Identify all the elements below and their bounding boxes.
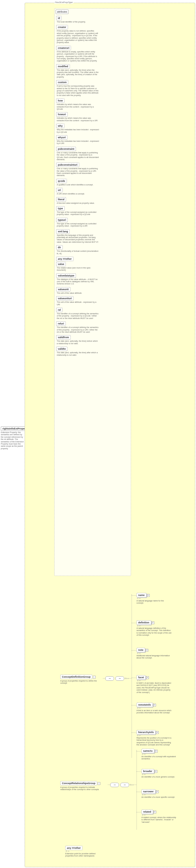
child-broader: broader+0..∞An identifier of a more gene… bbox=[141, 769, 175, 778]
attribute-desc: One or many constraints that apply to pu… bbox=[57, 167, 99, 177]
attribute-name: literal bbox=[56, 197, 66, 202]
attribute-name: pubconstraint bbox=[56, 147, 76, 151]
cdg-desc: A group of properites required to define… bbox=[60, 680, 101, 684]
expand-icon[interactable]: + bbox=[156, 790, 159, 793]
child-element-box: facet bbox=[136, 675, 145, 680]
attributes-group: attributes idThe local identifier of the… bbox=[54, 8, 131, 576]
attribute-name: any ##other bbox=[56, 257, 73, 261]
child-occurrence: 0..∞ bbox=[136, 597, 172, 599]
attribute-xml-lang: xml:langSpecifies the language of this p… bbox=[56, 229, 129, 244]
child-remoteInfo: remoteInfo+0..∞A link to an item or a we… bbox=[136, 703, 172, 714]
expand-icon[interactable]: + bbox=[154, 811, 156, 813]
attribute-qcode: qcodeA qualified code which identifies a… bbox=[56, 179, 129, 186]
concept-relationships-group: ConceptRelationshipsGroup bbox=[60, 781, 97, 785]
child-desc: An identifier of a more specific concept… bbox=[141, 796, 175, 798]
child-desc: Additional natural language information … bbox=[136, 655, 172, 659]
expand-icon[interactable]: + bbox=[147, 594, 150, 597]
any-other-desc: Extension point for provider-defined pro… bbox=[65, 852, 104, 857]
any-other-bottom: any ##other bbox=[65, 846, 83, 850]
collapse-icon[interactable]: - bbox=[93, 676, 96, 679]
choice-compositor-icon bbox=[116, 676, 124, 681]
attribute-valueunit: valueunitThe unit of the value attribute… bbox=[56, 287, 129, 294]
attribute-name: id bbox=[56, 16, 62, 20]
attribute-name: xml:lang bbox=[56, 229, 70, 234]
attribute-name: validfrom bbox=[56, 335, 71, 340]
any-other-occurrence: 0..∞ bbox=[65, 850, 126, 852]
collapse-icon[interactable]: - bbox=[98, 782, 100, 785]
attribute-desc: Why the metadata has been included - exp… bbox=[57, 129, 99, 133]
attributes-header: attributes bbox=[56, 9, 68, 14]
child-desc: In NAR 1.8 and later, facet is deprecate… bbox=[136, 682, 172, 693]
attribute-valuedatatype: valuedatatypeThe datatype of the value a… bbox=[56, 273, 129, 285]
attribute-any---other: any ##other bbox=[56, 257, 129, 261]
expand-icon[interactable]: + bbox=[155, 770, 157, 773]
attribute-valueunituri: valueunituriThe unit of the value attrib… bbox=[56, 296, 129, 306]
attribute-dir: dirThe directionality of textual content… bbox=[56, 245, 129, 255]
attribute-creatoruri: creatoruriIf the attribute is empty, spe… bbox=[56, 46, 129, 62]
child-element-box: narrower bbox=[141, 789, 156, 794]
attribute-desc: The type of the concept assigned as cont… bbox=[57, 211, 99, 216]
child-element-box: related bbox=[141, 810, 153, 814]
attribute-desc: The identifier of a concept defining the… bbox=[57, 327, 99, 333]
child-occurrence: 0..∞ bbox=[141, 773, 175, 775]
attribute-desc: The date (and, optionally, the time) aft… bbox=[57, 351, 99, 356]
child-narrower: narrower+0..∞An identifier of a more spe… bbox=[141, 789, 175, 798]
attribute-type: typeThe type of the concept assigned as … bbox=[56, 206, 129, 216]
attribute-desc: One or many constraints that apply to pu… bbox=[57, 152, 99, 161]
expand-icon[interactable]: + bbox=[153, 704, 156, 707]
child-element-box: remoteInfo bbox=[136, 703, 153, 707]
attribute-desc: A free-text value assigned as property v… bbox=[57, 202, 99, 204]
attribute-desc: The date (and, optionally, the time) whe… bbox=[57, 69, 99, 79]
expand-icon[interactable]: + bbox=[155, 750, 158, 752]
child-note: note+0..∞Additional natural language inf… bbox=[136, 648, 172, 659]
attribute-name: creator bbox=[56, 25, 68, 29]
expand-icon[interactable]: + bbox=[152, 621, 154, 624]
attribute-name: rel bbox=[56, 308, 63, 312]
child-desc: Represents the position of a concept in … bbox=[136, 737, 172, 746]
attribute-name: reluri bbox=[56, 321, 66, 326]
attribute-name: pubconstrainturi bbox=[56, 163, 79, 167]
child-desc: An identifier of a more generic concept. bbox=[141, 776, 175, 778]
attribute-validto: validtoThe date (and, optionally, the ti… bbox=[56, 347, 129, 356]
attribute-name: value bbox=[56, 262, 66, 266]
child-element-box: name bbox=[136, 593, 146, 597]
root-element-desc: Extension Property: the semantics are de… bbox=[1, 431, 25, 450]
expand-icon[interactable]: + bbox=[145, 649, 148, 652]
attribute-uri: uriA URI which identifies a concept. bbox=[56, 188, 129, 195]
attribute-name: why bbox=[56, 124, 64, 128]
attribute-literal: literalA free-text value assigned as pro… bbox=[56, 197, 129, 204]
child-desc: A natural language definition of the sem… bbox=[136, 627, 172, 637]
attribute-name: qcode bbox=[56, 179, 67, 183]
child-occurrence: 0..∞ bbox=[136, 707, 172, 709]
expand-icon[interactable]: + bbox=[146, 676, 149, 679]
child-occurrence: 0..∞ bbox=[141, 814, 176, 816]
attribute-desc: The type of the concept assigned as cont… bbox=[57, 223, 99, 227]
expand-icon[interactable]: + bbox=[156, 731, 159, 734]
attribute-how: howIndicates by which means the value wa… bbox=[56, 98, 129, 110]
child-desc: A natural language name for the concept. bbox=[136, 600, 172, 604]
attribute-name: how bbox=[56, 98, 64, 103]
attribute-desc: The datatype of the value attribute – it… bbox=[57, 278, 99, 285]
attribute-name: typeuri bbox=[56, 218, 68, 222]
attribute-desc: The unit of the value attribute - expres… bbox=[57, 301, 99, 306]
attribute-howuri: howuriIndicates by which means the value… bbox=[56, 112, 129, 122]
child-occurrence: 0..∞ bbox=[136, 735, 172, 736]
attribute-desc: If set to true the corresponding propert… bbox=[57, 85, 99, 96]
attribute-desc: A qualified code which identifies a conc… bbox=[57, 184, 99, 186]
child-name: name+0..∞A natural language name for the… bbox=[136, 593, 172, 604]
attribute-desc: The date (and, optionally, the time) bef… bbox=[57, 340, 99, 345]
child-sameAs: sameAs+0..∞An identifier of a concept wi… bbox=[141, 749, 176, 760]
attribute-desc: The related value (see more in the spec … bbox=[57, 267, 99, 272]
attribute-name: whyuri bbox=[56, 135, 67, 140]
attribute-name: modified bbox=[56, 64, 70, 68]
attribute-modified: modifiedThe date (and, optionally, the t… bbox=[56, 64, 129, 79]
attribute-name: uri bbox=[56, 188, 63, 192]
choice-compositor-icon bbox=[120, 783, 129, 787]
attribute-whyuri: whyuriWhy the metadata has been included… bbox=[56, 135, 129, 145]
attribute-desc: Indicates by which means the value was e… bbox=[57, 103, 99, 110]
attribute-creator: creatorIf the property value is not defi… bbox=[56, 25, 129, 43]
attribute-pubconstraint: pubconstraintOne or many constraints tha… bbox=[56, 147, 129, 161]
child-hierarchyInfo: hierarchyInfo+0..∞Represents the positio… bbox=[136, 730, 172, 746]
concept-definition-group: ConceptDefinitionGroup bbox=[60, 675, 92, 679]
child-occurrence: 0..∞ bbox=[136, 680, 172, 682]
